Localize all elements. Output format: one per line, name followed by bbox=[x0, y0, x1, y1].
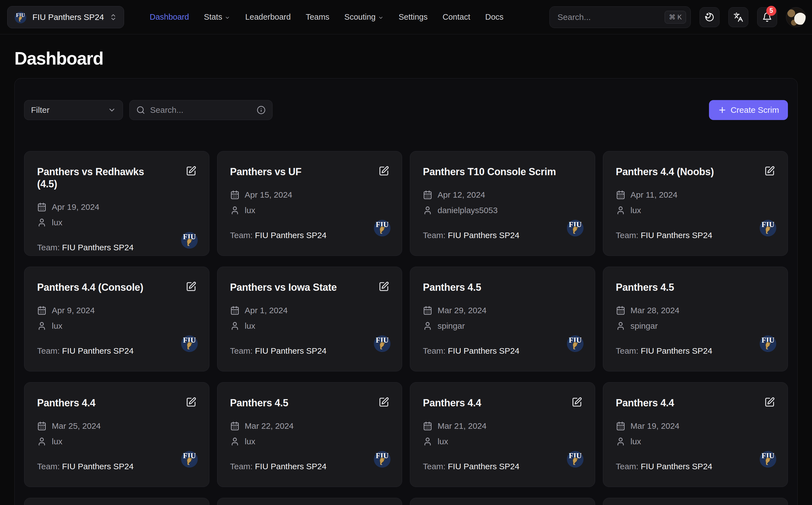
team-label: Team: bbox=[616, 462, 641, 471]
scrim-team-row: Team: FIU Panthers SP24 FIU bbox=[616, 346, 775, 356]
scrim-search-input[interactable] bbox=[150, 105, 252, 115]
scrim-card-partial[interactable] bbox=[603, 498, 788, 505]
scrim-card[interactable]: Panthers 4.4 (Noobs) Apr 11, 2024 bbox=[603, 151, 788, 256]
global-search-input[interactable] bbox=[557, 12, 665, 22]
edit-scrim-button[interactable] bbox=[186, 281, 196, 292]
team-logo-slot: FIU bbox=[759, 450, 777, 468]
scrim-card[interactable]: Panthers vs Iowa State Apr 1, 2024 bbox=[217, 267, 402, 371]
nav-item-stats[interactable]: Stats bbox=[204, 12, 230, 22]
scrim-owner: lux bbox=[52, 437, 62, 446]
fiu-team-logo: FIU bbox=[566, 334, 584, 352]
scrim-card[interactable]: Panthers 4.5 Mar 22, 2024 bbox=[217, 382, 402, 487]
edit-icon bbox=[764, 166, 775, 176]
edit-icon bbox=[186, 166, 196, 176]
notifications-button[interactable]: 5 bbox=[757, 7, 777, 27]
scrim-team-row: Team: FIU Panthers SP24 FIU bbox=[37, 243, 196, 252]
page-title: Dashboard bbox=[14, 48, 812, 69]
scrim-card-partial[interactable] bbox=[24, 498, 209, 505]
fiu-team-logo: FIU bbox=[180, 334, 199, 352]
scrim-card[interactable]: Panthers 4.4 Mar 19, 2024 bbox=[603, 382, 788, 487]
search-icon bbox=[136, 106, 145, 115]
team-value: FIU Panthers SP24 bbox=[448, 346, 519, 355]
team-label: Team: bbox=[423, 462, 448, 471]
kbd-shortcut: ⌘ K bbox=[665, 11, 686, 24]
avatar[interactable] bbox=[786, 7, 806, 27]
scrim-title: Panthers 4.4 (Console) bbox=[37, 279, 186, 294]
calendar-icon bbox=[37, 202, 46, 212]
filter-select[interactable]: Filter bbox=[24, 100, 123, 120]
scrim-team-row: Team: FIU Panthers SP24 FIU bbox=[37, 462, 196, 471]
scrim-card[interactable]: Panthers vs UF Apr 15, 2024 bbox=[217, 151, 402, 256]
fiu-team-logo: FIU bbox=[566, 450, 584, 468]
nav-item-teams[interactable]: Teams bbox=[306, 12, 329, 22]
theme-toggle-button[interactable] bbox=[700, 7, 720, 27]
scrim-title: Panthers 4.4 bbox=[423, 395, 572, 409]
edit-scrim-button[interactable] bbox=[572, 397, 582, 407]
fiu-team-logo: FIU bbox=[373, 450, 391, 468]
edit-scrim-button[interactable] bbox=[378, 397, 389, 407]
team-logo-slot: FIU bbox=[759, 334, 777, 352]
scrim-card[interactable]: Panthers 4.4 Mar 21, 2024 bbox=[410, 382, 595, 487]
scrim-date-row: Mar 29, 2024 bbox=[423, 306, 582, 315]
scrim-card-partial[interactable] bbox=[217, 498, 402, 505]
calendar-icon bbox=[423, 190, 432, 199]
nav-item-docs[interactable]: Docs bbox=[485, 12, 504, 22]
scrim-title: Panthers vs Redhawks (4.5) bbox=[37, 164, 162, 190]
calendar-icon bbox=[37, 306, 46, 315]
language-button[interactable] bbox=[728, 7, 748, 27]
team-value: FIU Panthers SP24 bbox=[62, 346, 133, 355]
edit-icon bbox=[378, 166, 389, 176]
edit-scrim-button[interactable] bbox=[378, 281, 389, 292]
edit-scrim-button[interactable] bbox=[764, 397, 775, 407]
top-navbar: FIU FIU Panthers SP24 Dashboard Stats Le… bbox=[0, 0, 812, 34]
scrim-owner: lux bbox=[630, 437, 641, 446]
create-scrim-button[interactable]: Create Scrim bbox=[709, 100, 788, 120]
scrim-owner-row: spingar bbox=[616, 321, 775, 331]
team-label: Team: bbox=[616, 346, 641, 355]
calendar-icon bbox=[423, 306, 432, 315]
nav-item-dashboard[interactable]: Dashboard bbox=[150, 12, 189, 22]
scrim-owner-row: lux bbox=[37, 437, 196, 446]
nav-item-settings[interactable]: Settings bbox=[398, 12, 428, 22]
nav-item-scouting[interactable]: Scouting bbox=[344, 12, 383, 22]
scrim-team-row: Team: FIU Panthers SP24 FIU bbox=[616, 462, 775, 471]
calendar-icon bbox=[616, 421, 625, 431]
scrim-owner-row: lux bbox=[37, 218, 196, 227]
edit-scrim-button[interactable] bbox=[378, 166, 389, 176]
team-value: FIU Panthers SP24 bbox=[448, 230, 519, 240]
scrim-card[interactable]: Panthers 4.4 (Console) Apr 9, 2024 bbox=[24, 267, 209, 371]
moon-star-icon bbox=[705, 12, 715, 22]
scrim-owner: lux bbox=[245, 321, 255, 331]
scrim-owner-row: lux bbox=[423, 437, 582, 446]
scrim-card[interactable]: Panthers 4.5 Mar 28, 2024 spingar Team: … bbox=[603, 267, 788, 371]
global-search[interactable]: ⌘ K bbox=[549, 6, 691, 28]
scrim-card[interactable]: Panthers 4.5 Mar 29, 2024 spingar Team: … bbox=[410, 267, 595, 371]
calendar-icon bbox=[230, 306, 240, 315]
calendar-icon bbox=[616, 190, 625, 199]
scrim-date-row: Apr 9, 2024 bbox=[37, 306, 196, 315]
team-selector[interactable]: FIU FIU Panthers SP24 bbox=[7, 6, 124, 28]
scrim-card[interactable]: Panthers 4.4 Mar 25, 2024 bbox=[24, 382, 209, 487]
chevron-down-icon bbox=[108, 106, 116, 114]
scrim-owner: lux bbox=[630, 206, 641, 215]
scrim-date: Apr 12, 2024 bbox=[438, 190, 485, 199]
scrim-search[interactable] bbox=[129, 100, 273, 120]
nav-item-leaderboard[interactable]: Leaderboard bbox=[245, 12, 290, 22]
user-icon bbox=[423, 206, 432, 215]
plus-icon bbox=[718, 106, 727, 115]
edit-scrim-button[interactable] bbox=[186, 166, 196, 176]
edit-scrim-button[interactable] bbox=[764, 166, 775, 176]
scrim-card[interactable]: Panthers vs Redhawks (4.5) Apr 19, 2024 bbox=[24, 151, 209, 256]
fiu-team-logo: FIU bbox=[566, 218, 584, 237]
scrim-card-partial[interactable] bbox=[410, 498, 595, 505]
scrim-date-row: Mar 28, 2024 bbox=[616, 306, 775, 315]
team-logo-slot: FIU bbox=[373, 334, 391, 352]
scrim-team-row: Team: FIU Panthers SP24 FIU bbox=[423, 462, 582, 471]
scrim-card[interactable]: Panthers T10 Console Scrim Apr 12, 2024 … bbox=[410, 151, 595, 256]
edit-scrim-button[interactable] bbox=[186, 397, 196, 407]
scrim-date: Mar 29, 2024 bbox=[438, 306, 487, 315]
nav-item-contact[interactable]: Contact bbox=[443, 12, 470, 22]
edit-icon bbox=[378, 281, 389, 292]
scrim-date: Mar 22, 2024 bbox=[245, 421, 294, 431]
team-logo-slot: FIU bbox=[373, 218, 391, 237]
